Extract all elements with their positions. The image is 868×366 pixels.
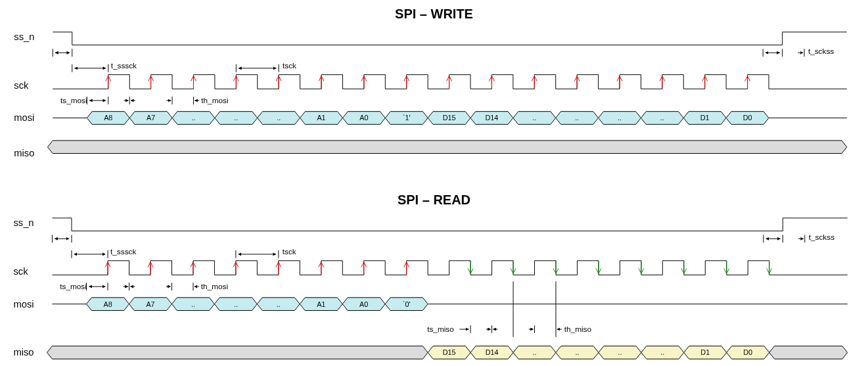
miso-dontcare	[47, 141, 846, 154]
bus-cell-label: ..	[532, 114, 536, 122]
bus-cell-label: `1'	[403, 114, 411, 122]
miso-label: miso	[14, 148, 34, 158]
bus-cell-label: D14	[486, 348, 499, 356]
bus-cell-label: ..	[234, 300, 238, 308]
spi-write-svg: ss_n sck	[7, 24, 861, 173]
t-sssck-label: t_sssck	[110, 247, 136, 256]
spi-read-title: SPI – READ	[7, 193, 861, 208]
bus-cell-label: A1	[317, 300, 325, 308]
bus-cell-label: ..	[618, 348, 622, 356]
bus-cell-label: D15	[443, 348, 456, 356]
spi-read-svg: ss_n sck	[7, 210, 861, 366]
spi-write-diagram: SPI – WRITE ss_n sck	[7, 7, 861, 173]
bus-cell-label: A1	[317, 114, 325, 122]
mosi-label: mosi	[13, 299, 34, 309]
bus-cell-label: D1	[700, 348, 710, 356]
ts-miso-label: ts_miso	[427, 325, 454, 334]
sck-label: sck	[14, 80, 29, 91]
th-mosi-label: th_mosi	[201, 96, 228, 104]
bus-cell-label: A8	[103, 300, 112, 308]
tsck-label: tsck	[283, 61, 296, 70]
ssn-trace	[52, 218, 847, 231]
bus-cell-label: A7	[147, 114, 155, 122]
bus-cell-label: ..	[277, 300, 281, 308]
tsck-label: tsck	[283, 247, 296, 256]
miso-bus: D15D14........D1D0	[428, 346, 769, 359]
mosi-bus: A8A7......A1A0`1'D15D14........D1D0	[87, 112, 769, 125]
bus-cell-label: D0	[743, 348, 752, 356]
bus-cell-label: ..	[575, 348, 579, 356]
bus-cell-label: ..	[575, 114, 579, 122]
bus-cell-label: ..	[234, 114, 238, 122]
bus-cell-label: ..	[191, 300, 195, 308]
bus-cell-label: `0'	[403, 300, 411, 308]
bus-cell-label: D1	[700, 114, 710, 122]
sck-label: sck	[13, 266, 28, 277]
bus-cell-label: A0	[359, 300, 368, 308]
spi-read-diagram: SPI – READ ss_n sck	[7, 193, 861, 366]
bus-cell-label: ..	[277, 114, 281, 122]
mosi-bus: A8A7......A1A0`0'	[87, 298, 428, 311]
bus-cell-label: A8	[104, 114, 112, 122]
miso-dontcare-lead	[47, 346, 428, 359]
mosi-label: mosi	[14, 112, 34, 123]
th-miso-label: th_miso	[564, 325, 592, 334]
t-sckss-label: t_sckss	[809, 233, 834, 242]
bus-cell-label: ..	[660, 114, 664, 122]
ssn-trace	[53, 32, 847, 45]
bus-cell-label: D15	[443, 114, 456, 122]
miso-label: miso	[13, 347, 34, 357]
bus-cell-label: D0	[743, 114, 752, 122]
ts-mosi-label: ts_mosi	[60, 96, 87, 104]
ssn-label: ss_n	[13, 217, 34, 228]
sck-trace	[52, 261, 847, 275]
ssn-label: ss_n	[14, 32, 34, 42]
miso-dontcare-tail	[769, 346, 848, 359]
th-mosi-label: th_mosi	[201, 282, 228, 291]
bus-cell-label: D14	[486, 114, 499, 122]
bus-cell-label: ..	[191, 114, 195, 122]
t-sckss-label: t_sckss	[808, 47, 834, 55]
bus-cell-label: A7	[146, 300, 154, 308]
spi-write-title: SPI – WRITE	[7, 7, 861, 22]
bus-cell-label: ..	[532, 348, 536, 356]
ts-mosi-label: ts_mosi	[60, 282, 87, 291]
bus-cell-label: A0	[359, 114, 368, 122]
bus-cell-label: ..	[618, 114, 622, 122]
t-sssck-label: t_sssck	[111, 61, 137, 70]
bus-cell-label: ..	[660, 348, 664, 356]
